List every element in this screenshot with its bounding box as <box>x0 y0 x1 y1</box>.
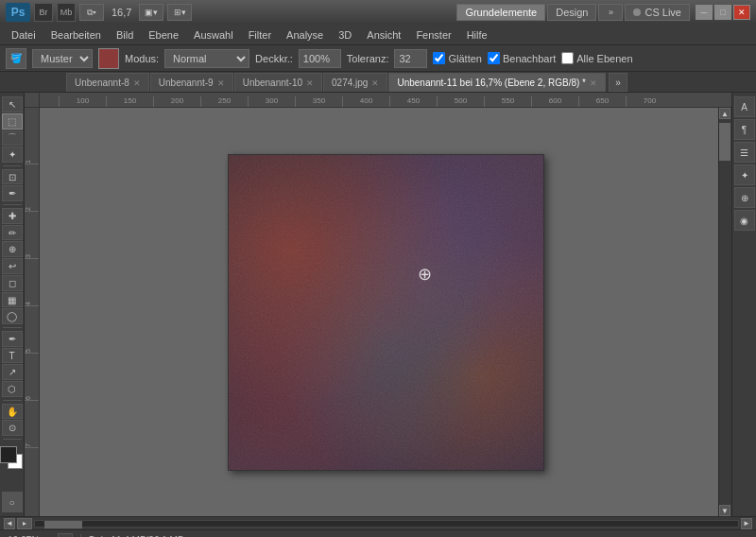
menu-ansicht[interactable]: Ansicht <box>359 27 408 43</box>
close-tab-unbenannt-8[interactable]: ✕ <box>133 78 141 88</box>
lasso-tool[interactable]: ⌒ <box>2 130 23 147</box>
workspace-overflow[interactable]: » <box>598 4 623 21</box>
mode-select[interactable]: Normal <box>164 49 249 68</box>
path-selection-tool[interactable]: ↗ <box>2 364 23 380</box>
gradient-tool[interactable]: ▦ <box>2 292 23 308</box>
vtick-4: 4 <box>25 259 39 306</box>
panel-channels-btn[interactable]: ⊕ <box>734 187 755 208</box>
workspace-tab-grundelemente[interactable]: Grundelemente <box>456 4 545 21</box>
tick-650: 650 <box>578 96 626 107</box>
tab-unbenannt-10[interactable]: Unbenannt-10 ✕ <box>234 73 322 92</box>
tick-150: 150 <box>106 96 153 107</box>
tick-550: 550 <box>484 96 531 107</box>
color-swatch[interactable] <box>98 48 119 69</box>
scroll-track-h[interactable] <box>34 520 739 528</box>
maximize-btn[interactable]: □ <box>714 5 731 20</box>
main-area: ↖ ⬚ ⌒ ✦ ⊡ ✒ ✚ ✏ ⊕ ↩ ◻ ▦ ◯ ✒ T ↗ ⬡ ✋ ⊙ ○ <box>0 93 756 516</box>
panel-layers-btn[interactable]: ☰ <box>734 142 755 163</box>
dodge-tool[interactable]: ◯ <box>2 308 23 324</box>
panel-fx-btn[interactable]: ✦ <box>734 165 755 185</box>
menu-filter[interactable]: Filter <box>241 27 279 43</box>
clone-tool[interactable]: ⊕ <box>2 241 23 257</box>
magic-wand-tool[interactable]: ✦ <box>2 147 23 163</box>
menu-bild[interactable]: Bild <box>109 27 141 43</box>
ps-logo: Ps <box>6 3 30 22</box>
panel-paths-btn[interactable]: ◉ <box>734 210 755 231</box>
menu-bearbeiten[interactable]: Bearbeiten <box>43 27 109 43</box>
tick-250: 250 <box>200 96 248 107</box>
scrollbar-vertical[interactable]: ▲ ▼ <box>718 108 731 516</box>
minimize-btn[interactable]: ─ <box>696 5 713 20</box>
eyedropper-tool[interactable]: ✒ <box>2 185 23 201</box>
arrange-btn[interactable]: ⧉▾ <box>79 4 104 21</box>
scroll-right-arrow[interactable]: ► <box>741 518 752 529</box>
menu-auswahl[interactable]: Auswahl <box>186 27 241 43</box>
tab-0274[interactable]: 0274.jpg ✕ <box>323 73 387 92</box>
scroll-up-arrow[interactable]: ▲ <box>719 108 730 119</box>
minibrige-btn[interactable]: Mb <box>57 3 76 22</box>
type-tool[interactable]: T <box>2 348 23 364</box>
canvas-area: 100 150 200 250 300 350 400 450 500 550 … <box>25 93 731 516</box>
scroll-left-arrow[interactable]: ◄ <box>4 518 15 529</box>
scroll-thumb-v[interactable] <box>719 123 730 161</box>
tolerance-label: Toleranz: <box>347 53 389 64</box>
scroll-thumb-h[interactable] <box>44 521 82 528</box>
tick-450: 450 <box>389 96 437 107</box>
bridge-btn[interactable]: Br <box>34 3 53 22</box>
pattern-select[interactable]: Muster <box>32 49 93 68</box>
close-tab-unbenannt-9[interactable]: ✕ <box>217 78 225 88</box>
foreground-color[interactable] <box>0 446 17 463</box>
shape-tool[interactable]: ⬡ <box>2 381 23 397</box>
eraser-tool[interactable]: ◻ <box>2 275 23 291</box>
brush-tool[interactable]: ✏ <box>2 225 23 241</box>
crop-tool[interactable]: ⊡ <box>2 169 23 185</box>
menu-fenster[interactable]: Fenster <box>408 27 458 43</box>
close-tab-unbenannt-11[interactable]: ✕ <box>590 78 597 88</box>
workspace-tab-design[interactable]: Design <box>547 4 596 21</box>
tolerance-input[interactable] <box>394 49 427 68</box>
close-tab-0274[interactable]: ✕ <box>371 78 379 88</box>
menu-ebene[interactable]: Ebene <box>141 27 186 43</box>
tab-unbenannt-8[interactable]: Unbenannt-8 ✕ <box>66 73 149 92</box>
tabs-overflow-btn[interactable]: » <box>609 73 627 92</box>
tabs-bar: Unbenannt-8 ✕ Unbenannt-9 ✕ Unbenannt-10… <box>0 72 756 93</box>
scroll-down-arrow[interactable]: ▼ <box>719 505 730 516</box>
vtick-6: 6 <box>25 354 39 401</box>
zoom-tool[interactable]: ⊙ <box>2 420 23 436</box>
menu-3d[interactable]: 3D <box>331 27 359 43</box>
cslive-btn[interactable]: CS Live <box>625 4 690 21</box>
status-divider <box>80 534 81 538</box>
opacity-input[interactable] <box>299 49 341 68</box>
marquee-tool[interactable]: ⬚ <box>2 113 23 130</box>
quick-mask-btn[interactable]: ○ <box>2 492 23 512</box>
hand-tool[interactable]: ✋ <box>2 404 23 420</box>
menu-hilfe[interactable]: Hilfe <box>459 27 495 43</box>
zoom-display: 16,7 <box>112 7 131 18</box>
panel-paragraph-btn[interactable]: ¶ <box>734 119 755 140</box>
ruler-vertical: 1 2 3 4 5 6 7 <box>25 108 40 516</box>
status-icon[interactable]: ⊡ <box>58 533 73 538</box>
close-btn[interactable]: ✕ <box>733 5 750 20</box>
extras-btn[interactable]: ⊞▾ <box>167 4 192 21</box>
scrollbar-horizontal: ◄ ▸ ► <box>0 516 756 529</box>
tick-350: 350 <box>295 96 342 107</box>
tick-400: 400 <box>342 96 389 107</box>
pen-tool[interactable]: ✒ <box>2 331 23 347</box>
scroll-new-frame-btn[interactable]: ▸ <box>17 518 32 529</box>
tab-unbenannt-9[interactable]: Unbenannt-9 ✕ <box>150 73 233 92</box>
panel-text-btn[interactable]: A <box>734 96 755 117</box>
document-canvas[interactable] <box>228 154 544 471</box>
move-tool[interactable]: ↖ <box>2 96 23 113</box>
history-brush-tool[interactable]: ↩ <box>2 258 23 274</box>
menu-datei[interactable]: Datei <box>4 27 43 43</box>
screen-btn[interactable]: ▣▾ <box>139 4 163 21</box>
smooth-checkbox[interactable]: Glätten <box>433 52 481 64</box>
mode-label: Modus: <box>125 53 159 64</box>
close-tab-unbenannt-10[interactable]: ✕ <box>306 78 314 88</box>
adjacent-checkbox[interactable]: Benachbart <box>488 52 556 64</box>
tab-unbenannt-11[interactable]: Unbenannt-11 bei 16,7% (Ebene 2, RGB/8) … <box>388 73 606 92</box>
ruler-corner <box>25 93 40 108</box>
all-layers-checkbox[interactable]: Alle Ebenen <box>561 52 632 64</box>
heal-tool[interactable]: ✚ <box>2 208 23 224</box>
menu-analyse[interactable]: Analyse <box>279 27 331 43</box>
